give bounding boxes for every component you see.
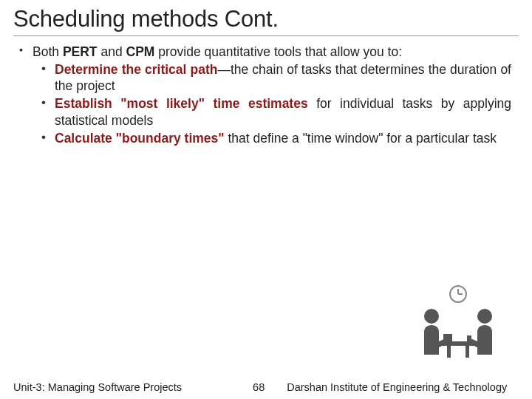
sub-bold: Determine the critical path: [55, 62, 217, 77]
main-text-mid1: and: [98, 44, 126, 59]
sub-bullet: Calculate "boundary times" that define a…: [40, 130, 511, 146]
slide-content: Both PERT and CPM provide quantitative t…: [13, 44, 519, 146]
sub-rest: that define a "time window" for a partic…: [225, 131, 497, 146]
svg-rect-6: [447, 346, 451, 358]
footer-page-number: 68: [253, 381, 265, 393]
footer-unit: Unit-3: Managing Software Projects: [13, 381, 182, 393]
svg-point-3: [424, 309, 439, 324]
footer-institution: Darshan Institute of Engineering & Techn…: [287, 381, 507, 393]
main-bullet: Both PERT and CPM provide quantitative t…: [19, 44, 516, 60]
main-text-prefix: Both: [33, 44, 63, 59]
slide: Scheduling methods Cont. Both PERT and C…: [0, 0, 532, 399]
svg-rect-5: [442, 341, 474, 346]
svg-rect-8: [443, 334, 452, 341]
sub-bullet: Determine the critical path—the chain of…: [40, 61, 511, 94]
main-text-bold1: PERT: [63, 44, 98, 59]
svg-point-4: [477, 309, 492, 324]
sub-bold: Calculate "boundary times": [55, 131, 225, 146]
sub-bullet: Establish "most likely" time estimates f…: [40, 95, 511, 128]
svg-rect-9: [467, 335, 471, 341]
main-text-bold2: CPM: [126, 44, 155, 59]
meeting-illustration: [406, 284, 510, 365]
svg-rect-7: [466, 346, 469, 358]
sub-bold: Establish "most likely" time estimates: [55, 96, 308, 111]
slide-footer: Unit-3: Managing Software Projects 68 Da…: [0, 381, 532, 393]
slide-title: Scheduling methods Cont.: [13, 6, 519, 36]
main-text-suffix: provide quantitative tools that allow yo…: [154, 44, 402, 59]
sub-bullet-list: Determine the critical path—the chain of…: [19, 61, 516, 146]
